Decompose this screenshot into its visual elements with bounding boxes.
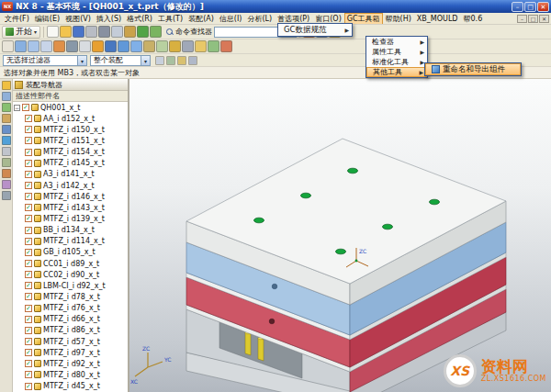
menu-item[interactable]: 视图(V) [62,13,94,24]
reuse-library-tab[interactable] [2,114,11,123]
menu-option[interactable]: 其他工具 ▶ [366,67,427,77]
roles-tab[interactable] [2,180,11,189]
checkbox-checked-icon[interactable] [25,171,32,178]
tree-item[interactable]: CC01_i d89_x_t [13,258,128,269]
tree-item[interactable]: BB_i d134_x_t [13,225,128,236]
assembly-constraints-icon[interactable] [208,40,219,52]
tree-item[interactable]: MTFZ_i d145_x_t [13,158,128,169]
assembly-navigator-tab[interactable] [2,81,11,90]
part-navigator-tab[interactable] [2,103,11,112]
menu-item[interactable]: 格式(R) [124,13,155,24]
hd3d-tools-tab[interactable] [2,125,11,134]
assembly-scope-combo[interactable]: 整个装配 ▾ [90,55,151,66]
tree-item[interactable]: GB_i d105_x_t [13,247,128,258]
close-button[interactable]: ✕ [537,2,549,12]
checkbox-checked-icon[interactable] [25,204,32,211]
top-view-icon[interactable] [118,40,129,52]
graphics-viewport[interactable]: ZC ZC YC XC XS 资料网 ZL.XS1616.COM [129,79,551,392]
wcs-icon[interactable] [177,56,186,65]
shaded-view-icon[interactable] [66,40,78,52]
menu-item[interactable]: 编辑(E) [32,13,62,24]
tree-item[interactable]: LBM-CI_i d92_x_t [13,280,128,291]
tree-item[interactable]: A3_i d142_x_t [13,180,128,191]
maximize-button[interactable]: □ [524,2,536,12]
orient-view-icon[interactable] [2,40,14,52]
collapse-icon[interactable] [14,105,20,111]
checkbox-checked-icon[interactable] [25,338,32,345]
menu-item[interactable]: 工具(T) [155,13,186,24]
process-studio-tab[interactable] [2,169,11,178]
child-minimize-button[interactable]: – [517,15,527,23]
sketch-icon[interactable] [169,40,181,52]
tree-item[interactable]: CC02_i d90_x_t [13,269,128,280]
menu-item[interactable]: 信息(I) [217,13,245,24]
copy-icon[interactable] [111,26,123,38]
cut-icon[interactable] [98,26,110,38]
selection-filter-combo[interactable]: 无选择过滤器 ▾ [3,55,87,66]
touch-panel-tab[interactable] [2,191,11,200]
zoom-icon[interactable] [28,40,39,52]
checkbox-checked-icon[interactable] [25,383,32,390]
start-button[interactable]: 开始 ▾ [2,26,40,39]
web-browser-tab[interactable] [2,136,11,145]
grid-icon[interactable] [188,56,197,65]
open-icon[interactable] [60,26,72,38]
tree-item[interactable]: A3_i d141_x_t [13,169,128,180]
menu-option[interactable]: 检查器 ▶ [366,37,427,47]
checkbox-checked-icon[interactable] [25,327,32,334]
tree-item[interactable]: MTFZ_i d66_x_t [13,314,128,325]
checkbox-checked-icon[interactable] [25,271,32,278]
checkbox-checked-icon[interactable] [25,249,32,256]
paste-icon[interactable] [124,26,136,38]
tree-item[interactable]: MTFZ_i d150_x_t [13,124,128,135]
checkbox-checked-icon[interactable] [25,371,32,378]
checkbox-checked-icon[interactable] [25,260,32,267]
tree-item[interactable]: MTFZ_i d154_x_t [13,147,128,158]
rotate-view-icon[interactable] [53,40,65,52]
menu-option[interactable]: 标准化工具 ▶ [366,57,427,67]
tree-item[interactable]: MTFZ_i d45_x_t [13,381,128,392]
redo-icon[interactable] [150,26,162,38]
tree-item[interactable]: MTFZ_i d92_x_t [13,358,128,369]
side-view-icon[interactable] [130,40,142,52]
print-icon[interactable] [85,26,97,38]
tree-item[interactable]: AA_i d152_x_t [13,113,128,124]
checkbox-checked-icon[interactable] [25,349,32,356]
highlight-selection-icon[interactable] [155,56,164,65]
tree-item[interactable]: MTFZ_i d80_x_t [13,369,128,380]
checkbox-checked-icon[interactable] [25,360,32,367]
checkbox-checked-icon[interactable] [25,149,32,156]
menu-item[interactable]: XB_MOULD [414,14,461,24]
tree-item[interactable]: MTFZ_i d146_x_t [13,191,128,202]
menu-item[interactable]: 帮助(H) [383,13,414,24]
checkbox-checked-icon[interactable] [25,115,32,122]
tree-item[interactable]: MTFZ_i d97_x_t [13,347,128,358]
tree-item[interactable]: MTFZ_i d143_x_t [13,202,128,213]
tree-item[interactable]: MTFZ_i d78_x_t [13,291,128,302]
tree-item[interactable]: MTFZ_i d151_x_t [13,135,128,146]
save-icon[interactable] [73,26,84,38]
checkbox-checked-icon[interactable] [25,238,32,245]
tree-item[interactable]: MTFZ_i d76_x_t [13,303,128,314]
menu-option[interactable]: 重命名和导出组件 [425,63,521,75]
menu-item[interactable]: 帮0.6 [461,13,486,24]
measure-icon[interactable] [182,40,194,52]
child-close-button[interactable]: ✕ [539,15,549,23]
checkbox-checked-icon[interactable] [25,182,32,189]
wireframe-view-icon[interactable] [79,40,91,52]
checkbox-checked-icon[interactable] [25,293,32,300]
checkbox-checked-icon[interactable] [25,305,32,312]
new-part-icon[interactable] [47,26,59,38]
snap-point-icon[interactable] [143,40,155,52]
move-component-icon[interactable] [195,40,207,52]
tree-column-header[interactable]: 描述性部件名 [13,91,128,102]
checkbox-checked-icon[interactable] [25,316,32,323]
checkbox-checked-icon[interactable] [25,137,32,144]
tree-item[interactable]: MTFZ_i d86_x_t [13,325,128,336]
child-restore-button[interactable]: □ [528,15,538,23]
datum-plane-icon[interactable] [156,40,168,52]
tree-item[interactable]: MTFZ_i d57_x_t [13,336,128,347]
menu-item[interactable]: 文件(F) [2,13,32,24]
materials-tab[interactable] [2,158,11,167]
menu-item[interactable]: 分析(L) [244,13,275,24]
